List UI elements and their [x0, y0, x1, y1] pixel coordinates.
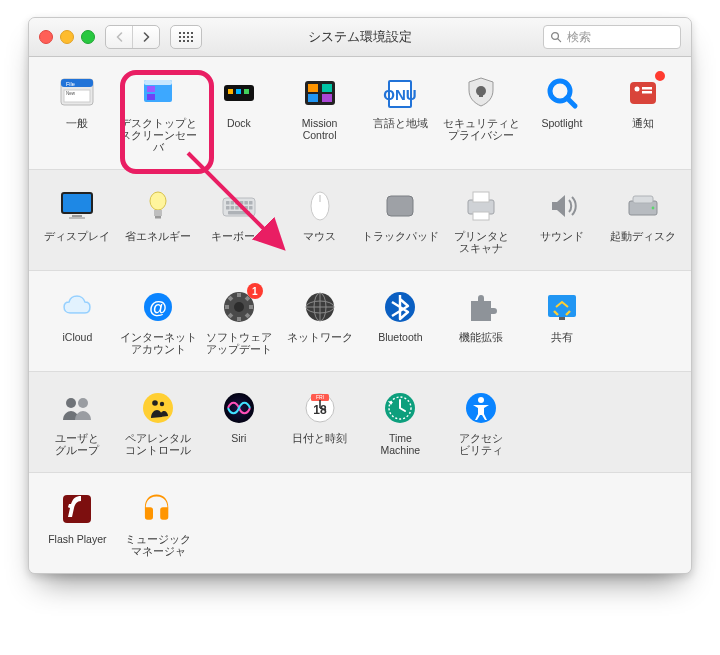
svg-text:File: File — [66, 81, 75, 87]
chevron-right-icon — [142, 32, 151, 42]
pref-mission[interactable]: Mission Control — [279, 71, 360, 155]
bluetooth-icon — [380, 287, 420, 327]
pref-row: iCloud@インターネット アカウント1ソフトウェア アップデートネットワーク… — [29, 271, 691, 372]
flash-icon — [57, 489, 97, 529]
zoom-icon[interactable] — [81, 30, 95, 44]
pref-keyboard[interactable]: キーボード — [199, 184, 280, 256]
pref-label: セキュリティと プライバシー — [443, 117, 520, 141]
svg-rect-49 — [244, 206, 248, 210]
svg-rect-45 — [226, 206, 230, 210]
trackpad-icon — [380, 186, 420, 226]
pref-label: マウス — [303, 230, 336, 254]
svg-rect-40 — [230, 201, 234, 205]
close-icon[interactable] — [39, 30, 53, 44]
pref-displays[interactable]: ディスプレイ — [37, 184, 118, 256]
internet-icon: @ — [138, 287, 178, 327]
svg-text:ONU: ONU — [384, 86, 417, 103]
svg-point-28 — [634, 87, 639, 92]
pref-startup[interactable]: 起動ディスク — [602, 184, 683, 256]
svg-rect-18 — [308, 94, 318, 102]
svg-rect-57 — [473, 212, 489, 220]
pref-flash[interactable]: Flash Player — [37, 487, 118, 559]
pref-sharing[interactable]: 共有 — [522, 285, 603, 357]
svg-point-81 — [66, 398, 76, 408]
pref-mouse[interactable]: マウス — [279, 184, 360, 256]
svg-rect-48 — [240, 206, 244, 210]
svg-rect-10 — [147, 94, 155, 100]
svg-rect-12 — [228, 89, 233, 94]
pref-desktop[interactable]: デスクトップと スクリーンセーバ — [118, 71, 199, 155]
sharing-icon — [542, 287, 582, 327]
svg-point-60 — [651, 207, 654, 210]
pref-notifications[interactable]: 通知 — [602, 71, 683, 155]
svg-rect-17 — [322, 84, 332, 92]
desktop-icon — [138, 73, 178, 113]
grid-icon — [179, 32, 193, 42]
svg-rect-54 — [387, 196, 413, 216]
pref-label: 機能拡張 — [459, 331, 503, 355]
show-all-button[interactable] — [170, 25, 202, 49]
back-button[interactable] — [106, 26, 132, 48]
displays-icon — [57, 186, 97, 226]
pref-bluetooth[interactable]: Bluetooth — [360, 285, 441, 357]
siri-icon — [219, 388, 259, 428]
pref-network[interactable]: ネットワーク — [279, 285, 360, 357]
search-field[interactable] — [543, 25, 681, 49]
titlebar: システム環境設定 — [29, 18, 691, 57]
pref-spotlight[interactable]: Spotlight — [522, 71, 603, 155]
pref-general[interactable]: FileNew一般 — [37, 71, 118, 155]
svg-rect-19 — [322, 94, 332, 102]
pref-icloud[interactable]: iCloud — [37, 285, 118, 357]
pref-music[interactable]: ミュージック マネージャ — [118, 487, 199, 559]
dock-icon — [219, 73, 259, 113]
notification-badge — [653, 69, 667, 83]
pref-label: ペアレンタル コントロール — [125, 432, 191, 456]
pref-security[interactable]: セキュリティと プライバシー — [441, 71, 522, 155]
pref-sound[interactable]: サウンド — [522, 184, 603, 256]
pref-label: インターネット アカウント — [120, 331, 197, 355]
pref-software[interactable]: 1ソフトウェア アップデート — [199, 285, 280, 357]
language-icon: ONU — [380, 73, 420, 113]
pref-label: プリンタと スキャナ — [454, 230, 509, 254]
window-controls — [39, 30, 95, 44]
pref-label: ディスプレイ — [44, 230, 110, 254]
svg-rect-29 — [642, 87, 652, 90]
users-icon — [57, 388, 97, 428]
pref-row: ディスプレイ省エネルギーキーボードマウストラックパッドプリンタと スキャナサウン… — [29, 170, 691, 271]
pref-extensions[interactable]: 機能拡張 — [441, 285, 522, 357]
pref-energy[interactable]: 省エネルギー — [118, 184, 199, 256]
spotlight-icon — [542, 73, 582, 113]
forward-button[interactable] — [132, 26, 159, 48]
svg-rect-24 — [479, 91, 483, 97]
svg-rect-42 — [240, 201, 244, 205]
search-icon — [550, 31, 562, 43]
timemachine-icon — [380, 388, 420, 428]
minimize-icon[interactable] — [60, 30, 74, 44]
pref-parental[interactable]: ペアレンタル コントロール — [118, 386, 199, 458]
pref-datetime[interactable]: FRI18日付と時刻 — [279, 386, 360, 458]
system-preferences-window: システム環境設定 FileNew一般デスクトップと スクリーンセーバDockMi… — [28, 17, 692, 574]
search-input[interactable] — [567, 30, 674, 44]
pref-siri[interactable]: Siri — [199, 386, 280, 458]
svg-rect-67 — [237, 317, 241, 321]
pref-timemachine[interactable]: Time Machine — [360, 386, 441, 458]
pref-users[interactable]: ユーザと グループ — [37, 386, 118, 458]
energy-icon — [138, 186, 178, 226]
pref-printers[interactable]: プリンタと スキャナ — [441, 184, 522, 256]
pref-dock[interactable]: Dock — [199, 71, 280, 155]
pref-language[interactable]: ONU言語と地域 — [360, 71, 441, 155]
svg-rect-13 — [236, 89, 241, 94]
update-badge: 1 — [247, 283, 263, 299]
nav-segmented — [105, 25, 160, 49]
pref-trackpad[interactable]: トラックパッド — [360, 184, 441, 256]
pref-label: Dock — [227, 117, 251, 141]
printers-icon — [461, 186, 501, 226]
pref-row: Flash Playerミュージック マネージャ — [29, 473, 691, 573]
pref-label: Siri — [231, 432, 246, 456]
pref-internet[interactable]: @インターネット アカウント — [118, 285, 199, 357]
svg-rect-39 — [226, 201, 230, 205]
pref-label: Mission Control — [302, 117, 338, 141]
svg-point-84 — [152, 400, 158, 406]
pref-accessibility[interactable]: アクセシ ビリティ — [441, 386, 522, 458]
extensions-icon — [461, 287, 501, 327]
